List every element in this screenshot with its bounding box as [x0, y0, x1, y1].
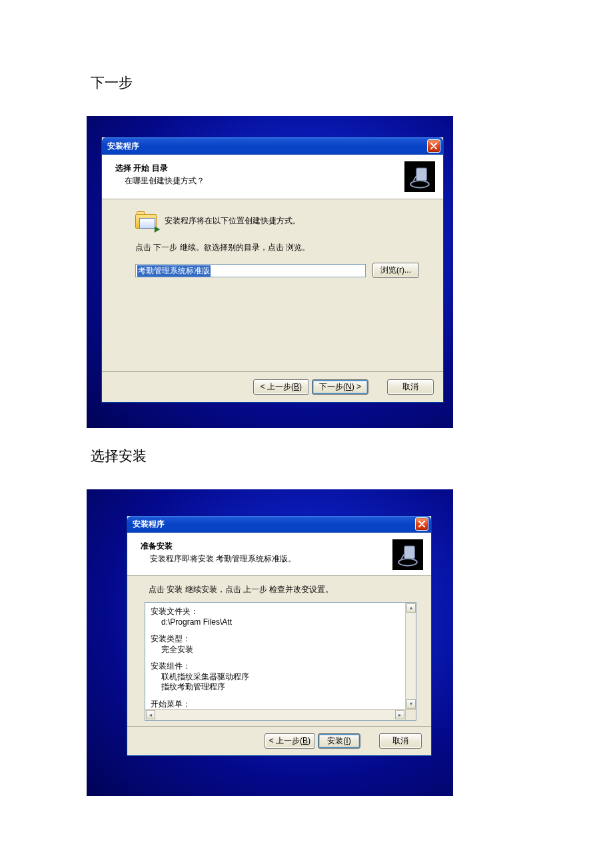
svg-rect-3: [404, 546, 415, 559]
summary-label: 安装组件：: [151, 661, 402, 672]
install-button[interactable]: 安装(I): [318, 733, 360, 749]
instruction-text: 点击 下一步 继续。欲选择别的目录，点击 浏览。: [135, 242, 419, 253]
start-menu-folder-input[interactable]: 考勤管理系统标准版: [135, 264, 366, 277]
cancel-button[interactable]: 取消: [387, 379, 434, 395]
summary-value: 指纹考勤管理程序: [161, 682, 402, 693]
titlebar[interactable]: 安装程序: [102, 137, 443, 155]
window-title: 安装程序: [133, 519, 165, 530]
summary-label: 开始菜单：: [151, 699, 402, 710]
desktop-background-1: 安装程序 选择 开始 目录 在哪里创建快捷方式？: [87, 116, 453, 428]
install-summary-textarea[interactable]: 安装文件夹： d:\Program Files\Att 安装类型： 完全安装 安…: [145, 602, 416, 721]
horizontal-scrollbar[interactable]: ◂ ▸: [145, 709, 405, 720]
wizard-footer: < 上一步(B) 安装(I) 取消: [127, 726, 431, 755]
titlebar[interactable]: 安装程序: [127, 516, 431, 533]
desktop-background-2: 安装程序 准备安装 安装程序即将安装 考勤管理系统标准版。: [87, 489, 453, 796]
wizard-footer: < 上一步(B) 下一步(N) > 取消: [102, 371, 443, 402]
next-button[interactable]: 下一步(N) >: [312, 379, 368, 395]
banner-subtitle: 安装程序即将安装 考勤管理系统标准版。: [150, 553, 387, 565]
installer-window-2: 安装程序 准备安装 安装程序即将安装 考勤管理系统标准版。: [127, 516, 432, 756]
installer-disk-icon: [404, 161, 435, 192]
summary-value: d:\Program Files\Att: [161, 617, 402, 628]
instruction-text: 点击 安装 继续安装，点击 上一步 检查并改变设置。: [149, 584, 416, 595]
back-button[interactable]: < 上一步(B): [253, 379, 309, 395]
back-button[interactable]: < 上一步(B): [265, 733, 315, 749]
svg-point-0: [410, 181, 429, 187]
window-title: 安装程序: [107, 141, 139, 152]
installer-window-1: 安装程序 选择 开始 目录 在哪里创建快捷方式？: [101, 137, 444, 403]
summary-value: 联机指纹采集器驱动程序: [161, 672, 402, 683]
scroll-corner: [405, 709, 416, 720]
browse-button[interactable]: 浏览(r)...: [372, 263, 419, 278]
svg-rect-1: [416, 168, 427, 181]
installer-disk-icon: [392, 539, 423, 570]
icon-row-text: 安装程序将在以下位置创建快捷方式。: [165, 215, 301, 227]
summary-label: 安装文件夹：: [151, 607, 402, 617]
svg-point-2: [398, 559, 417, 565]
wizard-banner: 选择 开始 目录 在哪里创建快捷方式？: [102, 155, 443, 199]
summary-value: 完全安装: [161, 645, 402, 655]
banner-title: 选择 开始 目录: [115, 163, 399, 174]
caption-next-step: 下一步: [91, 73, 526, 92]
close-icon: [418, 521, 425, 527]
vertical-scrollbar[interactable]: ▴ ▾: [405, 603, 416, 709]
scroll-up-icon[interactable]: ▴: [406, 603, 416, 613]
close-button[interactable]: [427, 139, 440, 153]
wizard-banner: 准备安装 安装程序即将安装 考勤管理系统标准版。: [127, 533, 431, 576]
summary-label: 安装类型：: [151, 634, 402, 645]
scroll-right-icon[interactable]: ▸: [395, 710, 404, 719]
cancel-button[interactable]: 取消: [379, 733, 422, 749]
scroll-down-icon[interactable]: ▾: [406, 699, 416, 709]
close-button[interactable]: [415, 517, 428, 531]
close-icon: [430, 143, 437, 149]
banner-subtitle: 在哪里创建快捷方式？: [125, 175, 399, 187]
input-selected-text: 考勤管理系统标准版: [137, 265, 211, 277]
banner-title: 准备安装: [141, 541, 387, 552]
folder-shortcut-icon: [135, 211, 157, 230]
scroll-left-icon[interactable]: ◂: [146, 710, 155, 719]
caption-choose-install: 选择安装: [91, 447, 526, 465]
